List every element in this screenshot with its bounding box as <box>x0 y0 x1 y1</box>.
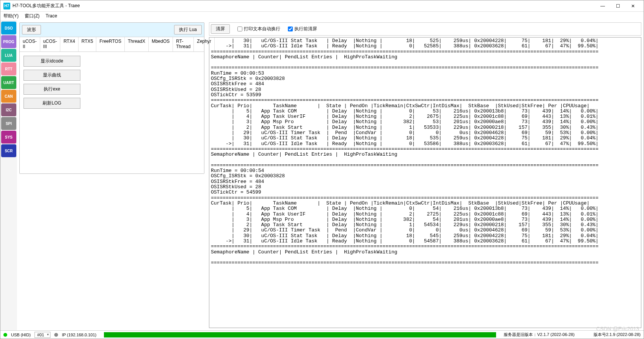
tab-freertos[interactable]: FreeRTOS <box>96 37 125 52</box>
tab-content: 显示idcode显示曲线执行exe刷新LOG <box>20 52 204 173</box>
client-version-text: 版本号2.1.9 (2022-08-28) <box>594 332 641 337</box>
log-toolbar: 清屏 打印文本自动换行 执行前清屏 <box>209 22 641 36</box>
tab-mbedos[interactable]: MbedOS <box>149 37 173 52</box>
tab-threadx[interactable]: ThreadX <box>125 37 149 52</box>
tab-ucos-iii[interactable]: uCOS-III <box>40 37 61 52</box>
device-combo[interactable]: #01 <box>35 332 50 338</box>
server-version-text: 服务器是旧版本：V2.1.7 (2022-06-28) <box>504 332 574 337</box>
side-icon-i2c[interactable]: I2C <box>1 103 16 116</box>
autowrap-checkbox[interactable]: 打印文本自动换行 <box>237 26 280 32</box>
side-iconbar: DSOPROGLUARTTUARTCANI2CSPISYSSCR <box>0 20 17 330</box>
side-icon-rtt[interactable]: RTT <box>1 62 16 75</box>
side-icon-scr[interactable]: SCR <box>1 144 16 157</box>
side-icon-prog[interactable]: PROG <box>1 35 16 48</box>
tab-rtx5[interactable]: RTX5 <box>79 37 96 52</box>
action-button[interactable]: 刷新LOG <box>24 98 80 109</box>
side-icon-lua[interactable]: LUA <box>1 49 16 62</box>
usb-status-text: USB (HID) <box>11 333 31 337</box>
side-icon-sys[interactable]: SYS <box>1 131 16 144</box>
window-title: H7-TOOL多功能开发工具 - Traee <box>13 3 595 9</box>
action-button[interactable]: 显示idcode <box>24 56 80 67</box>
tab-rtx4[interactable]: RTX4 <box>60 37 78 52</box>
clear-button[interactable]: 清屏 <box>211 24 230 34</box>
statusbar: USB (HID) #01 IP (192.168.0.101) 服务器是旧版本… <box>0 330 644 339</box>
clear-before-run-checkbox[interactable]: 执行前清屏 <box>288 26 317 32</box>
log-output[interactable]: | 30| uC/OS-III Stat Task | Delay |Nothi… <box>209 37 641 328</box>
menu-item[interactable]: 帮助(Y) <box>3 13 19 19</box>
action-button[interactable]: 执行exe <box>24 84 80 95</box>
tab-ucos-ii[interactable]: uCOS-II <box>20 37 40 52</box>
titlebar: H7 H7-TOOL多功能开发工具 - Traee — ☐ ✕ <box>0 0 644 12</box>
side-icon-dso[interactable]: DSO <box>1 22 16 34</box>
ip-status-icon <box>54 333 58 337</box>
action-button[interactable]: 显示曲线 <box>24 70 80 81</box>
menu-item[interactable]: 窗口(Z) <box>25 13 39 19</box>
maximize-button[interactable]: ☐ <box>610 1 625 11</box>
side-icon-can[interactable]: CAN <box>1 90 16 103</box>
ip-status-text: IP (192.168.0.101) <box>62 333 96 337</box>
wave-button[interactable]: 波形 <box>22 25 41 34</box>
progress-bar <box>104 332 496 337</box>
side-icon-spi[interactable]: SPI <box>1 117 16 130</box>
left-panel-box: 波形 执行 Lua uCOS-IIuCOS-IIIRTX4RTX5FreeRTO… <box>19 22 204 174</box>
run-lua-button[interactable]: 执行 Lua <box>174 25 202 34</box>
rtos-tabs: uCOS-IIuCOS-IIIRTX4RTX5FreeRTOSThreadXMb… <box>20 37 204 52</box>
minimize-button[interactable]: — <box>595 1 610 11</box>
menu-item[interactable]: Trace <box>46 13 57 19</box>
menubar: 帮助(Y)窗口(Z)Trace <box>0 12 644 20</box>
app-icon: H7 <box>3 3 10 9</box>
side-icon-uart[interactable]: UART <box>1 76 16 89</box>
usb-status-icon <box>3 333 7 337</box>
tab-rt-thread[interactable]: RT-Thread <box>173 37 194 52</box>
close-button[interactable]: ✕ <box>625 1 641 11</box>
